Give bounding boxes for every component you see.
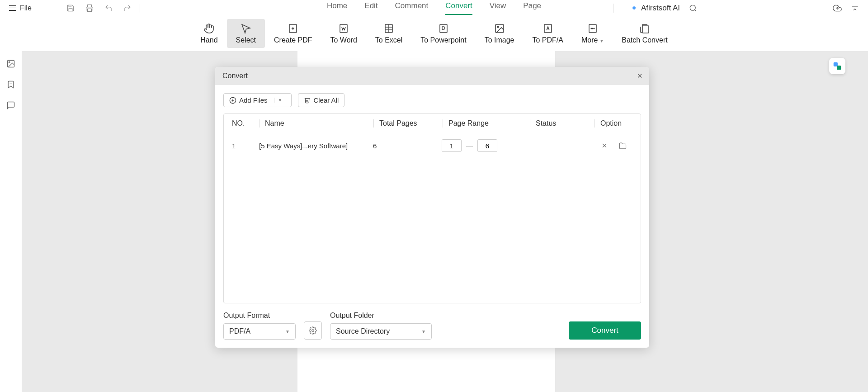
undo-icon[interactable] [104, 4, 113, 12]
ai-brand[interactable]: ✦ Afirstsoft AI [631, 3, 680, 13]
svg-point-22 [9, 61, 10, 63]
tab-home[interactable]: Home [327, 1, 347, 15]
ribbon-to-image[interactable]: To Image [476, 19, 524, 48]
save-icon[interactable] [66, 4, 75, 12]
ai-label: Afirstsoft AI [641, 4, 680, 13]
add-files-button[interactable]: Add Files ▼ [223, 93, 292, 107]
tab-convert[interactable]: Convert [445, 1, 472, 15]
ribbon-to-excel[interactable]: To Excel [366, 19, 411, 48]
file-label: File [20, 4, 32, 12]
bookmark-icon[interactable] [6, 80, 15, 89]
print-icon[interactable] [85, 4, 94, 12]
output-folder-select[interactable]: Source Directory ▼ [330, 323, 432, 340]
ribbon-batch-convert[interactable]: Batch Convert [613, 19, 676, 48]
hand-icon [203, 23, 215, 34]
col-header-no: NO. [232, 119, 259, 128]
ribbon-label: Hand [200, 36, 217, 44]
file-table: NO. Name Total Pages Page Range Status O… [223, 113, 641, 303]
tab-comment[interactable]: Comment [395, 1, 429, 15]
svg-line-2 [694, 9, 696, 11]
row-total-pages: 6 [373, 142, 442, 150]
svg-rect-27 [834, 62, 838, 66]
clear-all-button[interactable]: Clear All [298, 93, 344, 107]
float-translate-icon[interactable] [829, 58, 845, 74]
convert-button[interactable]: Convert [569, 321, 641, 340]
tab-view[interactable]: View [490, 1, 506, 15]
output-format-label: Output Format [223, 312, 296, 320]
svg-rect-12 [440, 24, 447, 33]
col-header-total-pages: Total Pages [379, 119, 443, 128]
ribbon-label: Select [236, 36, 256, 44]
dialog-header: Convert ✕ [215, 67, 649, 85]
ribbon-label: Create PDF [274, 36, 312, 44]
chevron-down-icon[interactable]: ▼ [274, 98, 286, 103]
dialog-title: Convert [222, 72, 248, 80]
ribbon-label: More▼ [581, 36, 604, 44]
sparkle-icon: ✦ [631, 3, 637, 13]
word-icon [338, 23, 349, 34]
svg-rect-20 [642, 26, 649, 33]
redo-icon[interactable] [123, 4, 132, 12]
svg-point-34 [312, 330, 314, 332]
ribbon-label: To PDF/A [532, 36, 563, 44]
ribbon-to-word[interactable]: To Word [321, 19, 366, 48]
pdfa-icon [542, 23, 554, 34]
output-format-select[interactable]: PDF/A ▼ [223, 323, 296, 340]
row-name: [5 Easy Ways]...ery Software] [259, 142, 373, 150]
open-folder-icon[interactable] [619, 142, 627, 150]
ribbon-create-pdf[interactable]: Create PDF [265, 19, 321, 48]
range-dash: — [466, 142, 473, 150]
search-icon[interactable] [689, 4, 697, 12]
ribbon-label: Batch Convert [622, 36, 667, 44]
ribbon-more[interactable]: More▼ [572, 19, 613, 48]
svg-rect-0 [87, 9, 91, 11]
table-row: 1 [5 Easy Ways]...ery Software] 6 — [224, 133, 641, 158]
ribbon-hand[interactable]: Hand [191, 19, 226, 48]
plus-circle-icon [229, 97, 236, 104]
ribbon-label: To Image [485, 36, 514, 44]
col-header-status: Status [536, 119, 594, 128]
ribbon-select[interactable]: Select [227, 19, 265, 48]
ribbon-to-powerpoint[interactable]: To Powerpoint [411, 19, 475, 48]
ribbon-label: To Excel [375, 36, 402, 44]
add-files-label: Add Files [239, 96, 268, 104]
chevron-down-icon: ▼ [285, 329, 290, 334]
ribbon-label: To Powerpoint [420, 36, 466, 44]
svg-point-1 [690, 5, 695, 10]
svg-point-19 [594, 28, 594, 29]
menu-collapse-icon[interactable] [851, 4, 859, 12]
create-pdf-icon [287, 23, 299, 34]
comment-icon[interactable] [6, 101, 15, 110]
image-icon [494, 23, 505, 34]
tab-edit[interactable]: Edit [364, 1, 377, 15]
divider [140, 4, 140, 13]
remove-row-icon[interactable] [601, 142, 608, 150]
svg-point-18 [592, 28, 593, 29]
divider [40, 4, 40, 13]
convert-dialog: Convert ✕ Add Files ▼ Clear All NO. Name… [215, 67, 649, 348]
powerpoint-icon [438, 23, 449, 34]
ribbon-to-pdfa[interactable]: To PDF/A [523, 19, 572, 48]
thumbnail-icon[interactable] [6, 59, 15, 68]
ribbon-toolbar: Hand Select Create PDF To Word To Excel … [0, 16, 868, 51]
close-icon[interactable]: ✕ [637, 72, 643, 80]
output-folder-value: Source Directory [336, 327, 390, 335]
col-header-page-range: Page Range [448, 119, 530, 128]
more-icon [587, 23, 599, 34]
range-to-input[interactable] [477, 139, 497, 152]
excel-icon [383, 23, 395, 34]
output-format-value: PDF/A [229, 327, 250, 335]
ribbon-label: To Word [330, 36, 357, 44]
top-tabs: Home Edit Comment Convert View Page [327, 1, 541, 15]
format-settings-button[interactable] [304, 321, 322, 340]
col-header-name: Name [265, 119, 373, 128]
svg-rect-28 [837, 66, 841, 70]
output-folder-label: Output Folder [330, 312, 432, 320]
svg-point-17 [591, 28, 592, 29]
row-no: 1 [232, 142, 259, 150]
file-menu[interactable]: File [9, 4, 32, 12]
range-from-input[interactable] [442, 139, 462, 152]
tab-page[interactable]: Page [523, 1, 541, 15]
divider [613, 4, 613, 13]
cloud-icon[interactable] [833, 4, 842, 13]
